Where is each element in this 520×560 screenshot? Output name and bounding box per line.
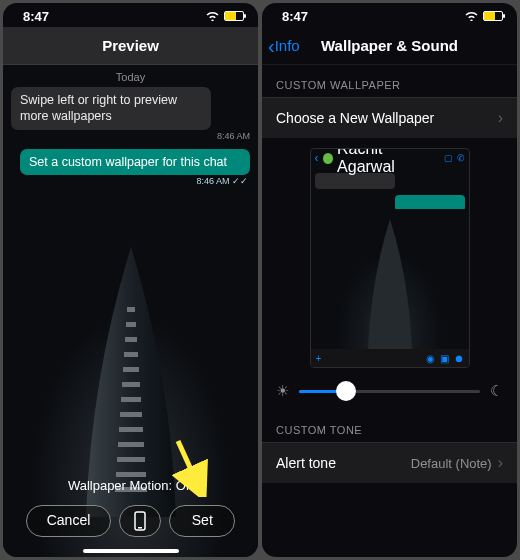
alert-tone-value: Default (Note) [411,456,492,471]
battery-icon [224,11,244,21]
phone-right-settings: 8:47 ‹ Info Wallpaper & Sound CUSTOM WAL… [262,3,517,557]
wifi-icon [205,10,220,23]
svg-rect-11 [116,472,146,477]
svg-rect-6 [121,397,141,402]
nav-title: Preview [102,37,159,54]
preview-input-bar: + ◉ ▣ ⏺ [311,349,469,367]
status-bar: 8:47 [3,3,258,27]
svg-rect-5 [122,382,140,387]
chevron-left-icon: ‹ [268,36,275,56]
message-incoming: Swipe left or right to preview more wall… [11,87,211,130]
brightness-slider[interactable] [299,390,480,393]
status-time: 8:47 [282,9,308,24]
date-separator: Today [11,71,250,83]
call-icon: ✆ [457,153,465,163]
status-bar: 8:47 [262,3,517,27]
message-time: 8:46 AM ✓✓ [11,176,250,186]
wallpaper-motion-label: Wallpaper Motion: On [3,478,258,493]
nav-title: Wallpaper & Sound [321,37,458,54]
moon-icon: ☾ [490,382,503,400]
svg-rect-7 [120,412,142,417]
svg-rect-1 [126,322,136,327]
back-button[interactable]: ‹ Info [268,36,300,56]
mic-icon: ⏺ [454,353,464,364]
nav-bar: ‹ Info Wallpaper & Sound [262,27,517,65]
svg-rect-8 [119,427,143,432]
preview-wallpaper [311,209,469,349]
alert-tone-row[interactable]: Alert tone Default (Note) › [262,442,517,483]
back-icon: ‹ [315,151,319,165]
nav-bar: Preview [3,27,258,65]
phone-left-preview: 8:47 Preview [3,3,258,557]
home-indicator[interactable] [83,549,179,553]
perspective-button[interactable] [119,505,161,537]
message-time: 8:46 AM [11,131,250,141]
message-outgoing: Set a custom wallpaper for this chat [20,149,250,175]
svg-rect-0 [127,307,135,312]
preview-header: ‹ Rachit Agarwal ▢ ✆ [311,149,469,167]
chat-area: Today Swipe left or right to preview mor… [3,65,258,192]
svg-rect-4 [123,367,139,372]
battery-icon [483,11,503,21]
section-header: CUSTOM TONE [262,410,517,442]
chevron-right-icon: › [498,454,503,472]
sun-icon: ☀ [276,382,289,400]
video-icon: ▢ [444,153,453,163]
cancel-button[interactable]: Cancel [26,505,112,537]
button-row: Cancel Set [3,505,258,537]
camera-icon: ▣ [440,353,449,364]
svg-rect-10 [117,457,145,462]
svg-rect-3 [124,352,138,357]
phone-tilt-icon [132,510,148,532]
status-time: 8:47 [23,9,49,24]
contact-name: Rachit Agarwal [337,148,439,176]
section-header: CUSTOM WALLPAPER [262,65,517,97]
svg-rect-2 [125,337,137,342]
wallpaper-preview-card[interactable]: ‹ Rachit Agarwal ▢ ✆ + ◉ ▣ ⏺ [310,148,470,368]
avatar-icon [323,153,334,164]
set-button[interactable]: Set [169,505,235,537]
plus-icon: + [316,353,322,364]
sticker-icon: ◉ [426,353,435,364]
brightness-slider-row: ☀ ☾ [262,376,517,410]
svg-rect-9 [118,442,144,447]
chevron-right-icon: › [498,109,503,127]
svg-rect-15 [138,527,142,529]
choose-wallpaper-row[interactable]: Choose a New Wallpaper › [262,97,517,138]
wifi-icon [464,10,479,23]
